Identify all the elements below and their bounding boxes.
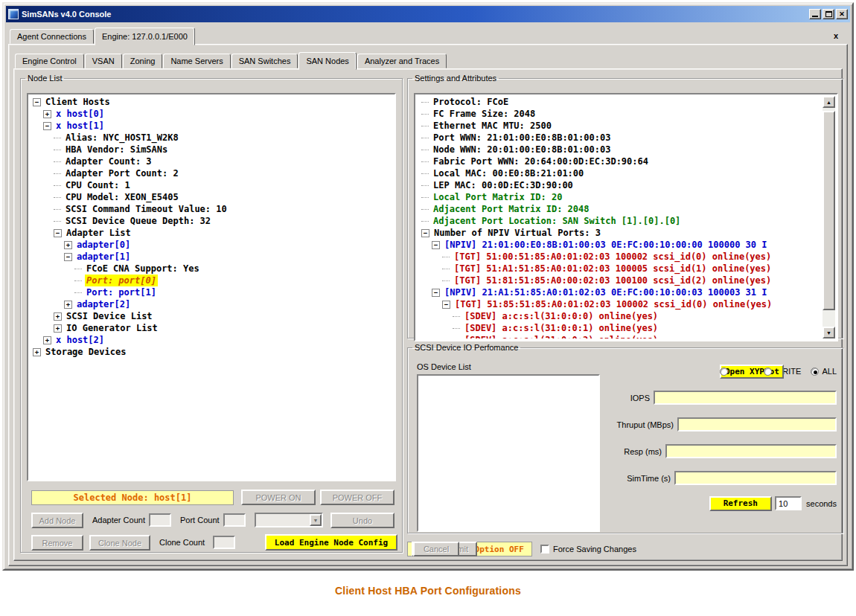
collapse-icon[interactable]: − [442,301,450,309]
remove-button[interactable]: Remove [31,535,83,551]
tab-zoning[interactable]: Zoning [123,54,163,68]
scroll-down-icon[interactable]: ▼ [823,327,835,339]
tree-item[interactable]: SCSI Command Timeout Value: 10 [30,203,393,215]
adapter-count-field[interactable] [149,513,171,527]
clone-count-field[interactable] [213,536,235,549]
os-device-listbox[interactable] [417,374,600,532]
tree-item[interactable]: [TGT] 51:00:51:85:A0:01:02:03 100002 scs… [418,251,823,263]
undo-button[interactable]: Undo [330,513,395,528]
vertical-scrollbar[interactable]: ▲ ▼ [823,96,835,339]
power-off-button[interactable]: POWER OFF [320,490,395,505]
clone-node-button[interactable]: Clone Node [89,535,150,551]
tree-item[interactable]: CPU Count: 1 [30,179,393,191]
maximize-button[interactable] [823,9,834,19]
tree-item[interactable]: Fabric Port WWN: 20:64:00:0D:EC:3D:90:64 [418,155,823,167]
tab-name-servers[interactable]: Name Servers [163,54,230,68]
tree-item[interactable]: LEP MAC: 00:0D:EC:3D:90:00 [418,179,823,191]
radio-all[interactable]: ALL [811,367,837,376]
collapse-icon[interactable]: − [43,122,51,130]
chevron-down-icon[interactable]: ▼ [310,514,322,526]
collapse-icon[interactable]: − [432,241,440,249]
collapse-icon[interactable]: − [54,229,62,237]
tree-item[interactable]: Adjacent Port Matrix ID: 2048 [418,203,823,215]
collapse-icon[interactable]: − [33,98,41,106]
tree-item[interactable]: +x host[2] [30,334,393,346]
tree-item[interactable]: [SDEV] a:c:s:l(31:0:0:2) online(yes) [418,334,823,339]
tree-item[interactable]: Adjacent Port Location: SAN Switch [1].[… [418,215,823,227]
tree-item[interactable]: +adapter[2] [30,298,393,310]
tree-item[interactable]: −Number of NPIV Virtual Ports: 3 [418,227,823,239]
expand-icon[interactable]: + [64,301,72,309]
cancel-button[interactable]: Cancel [413,542,459,556]
expand-icon[interactable]: + [54,312,62,321]
tab-analyzer-and-traces[interactable]: Analyzer and Traces [357,54,447,68]
force-saving-checkbox[interactable] [540,545,549,554]
tree-item[interactable]: SCSI Device Queue Depth: 32 [30,215,393,227]
tree-item[interactable]: +adapter[0] [30,239,393,251]
thruput-field[interactable] [677,417,837,431]
auto-refresh-seconds-field[interactable] [775,496,802,510]
tree-item[interactable]: +IO Generator List [30,322,393,334]
tree-item[interactable]: [TGT] 51:A1:51:85:A0:01:02:03 100005 scs… [418,263,823,275]
add-node-button[interactable]: Add Node [31,513,83,528]
tree-item[interactable]: CPU Model: XEON_E5405 [30,191,393,203]
radio-icon[interactable] [720,368,728,376]
tab-close-x[interactable]: x [831,32,840,40]
settings-tree[interactable]: Protocol: FCoEFC Frame Size: 2048Etherne… [417,96,823,339]
tree-item[interactable]: FCoE CNA Support: Yes [30,263,393,275]
tree-item[interactable]: Local MAC: 00:E0:8B:21:01:00 [418,167,823,179]
collapse-icon[interactable]: − [64,253,72,261]
tree-item[interactable]: Adapter Port Count: 2 [30,167,393,179]
iops-field[interactable] [654,391,837,405]
open-xyplot-button[interactable]: Open XYPlot [720,365,784,379]
tab-engine-127-0-0-1-e000[interactable]: Engine: 127.0.0.1/E000 [95,28,195,45]
collapse-icon[interactable]: − [432,289,440,297]
resp-field[interactable] [665,444,837,458]
tree-item[interactable]: [TGT] 51:81:51:85:A0:00:02:03 100100 scs… [418,275,823,286]
tree-item[interactable]: +x host[0] [30,108,393,120]
radio-icon[interactable] [764,368,772,376]
minimize-button[interactable] [809,9,821,19]
expand-icon[interactable]: + [54,324,62,333]
tab-san-switches[interactable]: SAN Switches [231,54,298,68]
collapse-icon[interactable]: − [421,229,429,237]
tree-item[interactable]: −adapter[1] [30,251,393,263]
tree-item[interactable]: Protocol: FCoE [418,96,823,108]
node-type-combobox[interactable]: ▼ [255,513,323,527]
load-engine-node-config-button[interactable]: Load Engine Node Config [265,534,397,551]
refresh-button[interactable]: Refresh [709,496,772,511]
tree-item[interactable]: Node WWN: 20:01:00:E0:8B:01:00:03 [418,144,823,155]
tree-item[interactable]: −[NPIV] 21:A1:51:85:A0:01:02:03 0E:FC:00… [418,286,823,298]
tree-item[interactable]: [SDEV] a:c:s:l(31:0:0:0) online(yes) [418,310,823,322]
scrollbar-thumb[interactable] [823,111,835,310]
tab-engine-control[interactable]: Engine Control [15,54,84,68]
expand-icon[interactable]: + [43,336,51,344]
tree-item[interactable]: Ethernet MAC MTU: 2500 [418,120,823,132]
tree-item[interactable]: −[NPIV] 21:01:00:E0:8B:01:00:03 0E:FC:00… [418,239,823,251]
tree-item[interactable]: [SDEV] a:c:s:l(31:0:0:1) online(yes) [418,322,823,334]
tab-san-nodes[interactable]: SAN Nodes [298,52,356,70]
tab-vsan[interactable]: VSAN [85,54,122,68]
tree-item[interactable]: −x host[1] [30,120,393,132]
power-on-button[interactable]: POWER ON [241,490,316,505]
port-count-field[interactable] [223,513,246,527]
expand-icon[interactable]: + [43,110,51,118]
tree-item[interactable]: −Client Hosts [30,96,393,108]
expand-icon[interactable]: + [33,348,41,356]
tab-agent-connections[interactable]: Agent Connections [10,29,94,44]
node-tree[interactable]: −Client Hosts+x host[0]−x host[1]Alias: … [27,93,396,481]
tree-item[interactable]: HBA Vendor: SimSANs [30,144,393,155]
close-button[interactable]: ✕ [836,9,848,19]
tree-item[interactable]: −[TGT] 51:85:51:85:A0:01:02:03 100002 sc… [418,298,823,310]
tree-item[interactable]: Port: port[0] [30,275,393,286]
radio-icon[interactable] [811,368,819,376]
simtime-field[interactable] [674,471,837,485]
tree-item[interactable]: −Adapter List [30,227,393,239]
scroll-up-icon[interactable]: ▲ [823,96,835,108]
titlebar[interactable]: SimSANs v4.0 Console ✕ [6,6,850,22]
tree-item[interactable]: Port: port[1] [30,286,393,298]
tree-item[interactable]: Adapter Count: 3 [30,155,393,167]
tree-item[interactable]: Local Port Matrix ID: 20 [418,191,823,203]
tree-item[interactable]: FC Frame Size: 2048 [418,108,823,120]
tree-item[interactable]: Port WWN: 21:01:00:E0:8B:01:00:03 [418,132,823,144]
